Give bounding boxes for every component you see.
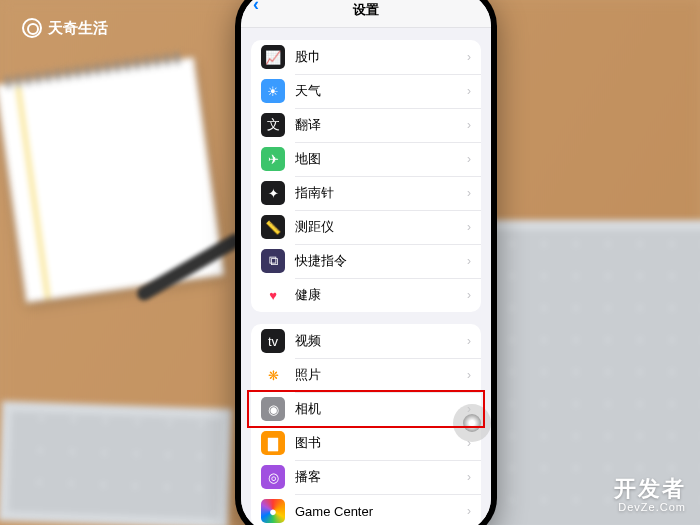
- chevron-right-icon: ›: [467, 220, 471, 234]
- settings-nav-bar: ‹ 设置: [241, 0, 491, 28]
- chevron-right-icon: ›: [467, 186, 471, 200]
- settings-row-translate[interactable]: 文翻译›: [251, 108, 481, 142]
- assistive-touch-button[interactable]: [453, 404, 491, 442]
- settings-row-maps[interactable]: ✈地图›: [251, 142, 481, 176]
- settings-row-compass-icon: ✦: [261, 181, 285, 205]
- settings-row-translate-icon: 文: [261, 113, 285, 137]
- settings-row-health-icon: ♥: [261, 283, 285, 307]
- row-label: Game Center: [295, 504, 467, 519]
- row-label: 快捷指令: [295, 252, 467, 270]
- settings-row-stocks[interactable]: 📈股巾›: [251, 40, 481, 74]
- settings-group: 📈股巾›☀天气›文翻译›✈地图›✦指南针›📏测距仪›⧉快捷指令›♥健康›: [251, 40, 481, 312]
- row-label: 翻译: [295, 116, 467, 134]
- nav-title: 设置: [353, 1, 379, 19]
- settings-row-maps-icon: ✈: [261, 147, 285, 171]
- iphone-screen: ‹ 设置 📈股巾›☀天气›文翻译›✈地图›✦指南针›📏测距仪›⧉快捷指令›♥健康…: [241, 0, 491, 525]
- settings-row-tv[interactable]: tv视频›: [251, 324, 481, 358]
- row-label: 指南针: [295, 184, 467, 202]
- settings-list[interactable]: 📈股巾›☀天气›文翻译›✈地图›✦指南针›📏测距仪›⧉快捷指令›♥健康›tv视频…: [241, 28, 491, 525]
- settings-row-measure[interactable]: 📏测距仪›: [251, 210, 481, 244]
- back-chevron-icon[interactable]: ‹: [253, 0, 259, 15]
- settings-row-podcasts-icon: ◎: [261, 465, 285, 489]
- settings-group: tv视频›❋照片›◉相机›▇图书›◎播客›●Game Center›: [251, 324, 481, 525]
- settings-row-podcasts[interactable]: ◎播客›: [251, 460, 481, 494]
- settings-row-weather-icon: ☀: [261, 79, 285, 103]
- row-label: 图书: [295, 434, 467, 452]
- chevron-right-icon: ›: [467, 504, 471, 518]
- iphone-frame: ‹ 设置 📈股巾›☀天气›文翻译›✈地图›✦指南针›📏测距仪›⧉快捷指令›♥健康…: [235, 0, 497, 525]
- chevron-right-icon: ›: [467, 368, 471, 382]
- settings-row-stocks-icon: 📈: [261, 45, 285, 69]
- settings-row-books[interactable]: ▇图书›: [251, 426, 481, 460]
- settings-row-measure-icon: 📏: [261, 215, 285, 239]
- watermark-bottom-main: 开发者: [614, 477, 686, 501]
- settings-row-camera[interactable]: ◉相机›: [251, 392, 481, 426]
- watermark-top-text: 天奇生活: [48, 19, 108, 38]
- row-label: 相机: [295, 400, 467, 418]
- settings-row-gamecenter[interactable]: ●Game Center›: [251, 494, 481, 525]
- chevron-right-icon: ›: [467, 334, 471, 348]
- settings-row-shortcuts[interactable]: ⧉快捷指令›: [251, 244, 481, 278]
- chevron-right-icon: ›: [467, 152, 471, 166]
- watermark-bottom-right: 开发者 DevZe.Com: [614, 477, 686, 513]
- chevron-right-icon: ›: [467, 254, 471, 268]
- settings-row-photos-icon: ❋: [261, 363, 285, 387]
- watermark-top-left: 天奇生活: [22, 18, 108, 38]
- row-label: 股巾: [295, 48, 467, 66]
- chevron-right-icon: ›: [467, 470, 471, 484]
- settings-row-shortcuts-icon: ⧉: [261, 249, 285, 273]
- keyboard-prop-left: [0, 401, 232, 525]
- row-label: 天气: [295, 82, 467, 100]
- chevron-right-icon: ›: [467, 288, 471, 302]
- watermark-bottom-sub: DevZe.Com: [618, 501, 686, 513]
- row-label: 健康: [295, 286, 467, 304]
- row-label: 地图: [295, 150, 467, 168]
- row-label: 播客: [295, 468, 467, 486]
- chevron-right-icon: ›: [467, 50, 471, 64]
- settings-row-camera-icon: ◉: [261, 397, 285, 421]
- settings-row-weather[interactable]: ☀天气›: [251, 74, 481, 108]
- settings-row-health[interactable]: ♥健康›: [251, 278, 481, 312]
- chevron-right-icon: ›: [467, 118, 471, 132]
- settings-row-tv-icon: tv: [261, 329, 285, 353]
- settings-row-books-icon: ▇: [261, 431, 285, 455]
- settings-row-compass[interactable]: ✦指南针›: [251, 176, 481, 210]
- row-label: 照片: [295, 366, 467, 384]
- tianqi-logo-icon: [22, 18, 42, 38]
- chevron-right-icon: ›: [467, 84, 471, 98]
- settings-row-photos[interactable]: ❋照片›: [251, 358, 481, 392]
- row-label: 测距仪: [295, 218, 467, 236]
- row-label: 视频: [295, 332, 467, 350]
- settings-row-gamecenter-icon: ●: [261, 499, 285, 523]
